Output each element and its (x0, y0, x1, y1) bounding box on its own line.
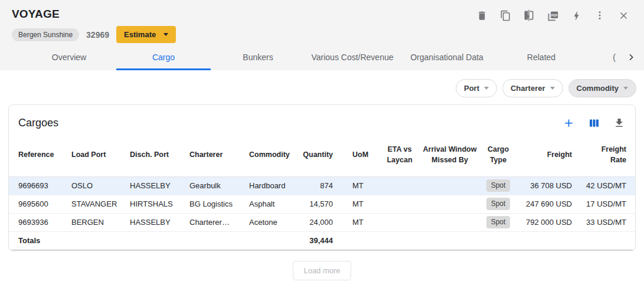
cell-uom: MT (343, 195, 381, 213)
tab-overview[interactable]: Overview (22, 44, 116, 70)
filter-charterer-label: Charterer (511, 84, 545, 93)
kebab-menu-icon (594, 10, 605, 21)
export-pdf-button[interactable]: PDF (546, 9, 559, 22)
cell-reference: 9696693 (9, 176, 71, 195)
filter-commodity[interactable]: Commodity (568, 79, 637, 97)
totals-quantity: 39,444 (300, 231, 343, 250)
tab-partial-clipped[interactable]: ( (613, 53, 616, 62)
table-header-row: Reference Load Port Disch. Port Chartere… (9, 133, 636, 176)
filter-charterer[interactable]: Charterer (502, 79, 563, 97)
col-header-quantity[interactable]: Quantity (300, 133, 343, 176)
filter-bar: Port Charterer Commodity (0, 70, 644, 103)
chevron-down-icon (623, 87, 628, 90)
svg-text:PDF: PDF (551, 13, 558, 17)
cell-load-port: OSLO (71, 176, 130, 195)
col-header-freight[interactable]: Freight (515, 133, 574, 176)
chevron-down-icon (550, 87, 555, 90)
cell-freight-rate: 33 USD/MT (574, 213, 636, 231)
page-title: VOYAGE (12, 8, 60, 21)
more-options-button[interactable] (593, 9, 606, 22)
trash-icon (476, 10, 488, 21)
table-row[interactable]: 9695600 STAVANGER HIRTSHALS BG Logistics… (9, 195, 636, 213)
cell-eta-vs-laycan (381, 213, 419, 231)
voyage-number: 32969 (86, 30, 109, 40)
download-icon (613, 117, 625, 129)
cell-quantity: 24,000 (300, 213, 343, 231)
cell-disch-port: HASSELBY (130, 176, 189, 195)
cell-arrival-window (419, 176, 481, 195)
vessel-chip: Bergen Sunshine (12, 28, 79, 41)
cell-eta-vs-laycan (381, 176, 419, 195)
copy-icon (500, 10, 511, 21)
chevron-right-icon (626, 53, 636, 62)
tab-related[interactable]: Related (494, 44, 589, 70)
compare-button[interactable] (522, 9, 535, 22)
col-header-freight-rate[interactable]: Freight Rate (574, 133, 636, 176)
add-cargo-button[interactable] (562, 116, 575, 129)
cell-commodity: Hardboard (249, 176, 300, 195)
cell-freight-rate: 42 USD/MT (574, 176, 636, 195)
columns-icon (588, 117, 600, 129)
chevron-down-icon (164, 33, 168, 36)
col-header-load-port[interactable]: Load Port (71, 133, 130, 176)
cell-quantity: 14,570 (300, 195, 343, 213)
col-header-arrival-window[interactable]: Arrival Window Missed By (419, 133, 481, 176)
cell-charterer: Charterer… (189, 213, 249, 231)
lightning-bolt-icon (571, 10, 582, 21)
cell-uom: MT (343, 213, 381, 231)
cell-reference: 9695600 (9, 195, 71, 213)
cell-load-port: BERGEN (71, 213, 130, 231)
filter-port[interactable]: Port (456, 79, 497, 97)
col-header-reference[interactable]: Reference (9, 133, 71, 176)
cell-commodity: Acetone (249, 213, 300, 231)
cell-arrival-window (419, 195, 481, 213)
header-toolbar: PDF (475, 9, 630, 22)
copy-button[interactable] (499, 9, 512, 22)
cell-freight: 247 690 USD (515, 195, 574, 213)
download-button[interactable] (613, 116, 626, 129)
close-button[interactable] (617, 9, 630, 22)
col-header-charterer[interactable]: Charterer (189, 133, 249, 176)
cargo-type-badge: Spot (486, 179, 511, 191)
cell-freight: 36 708 USD (515, 176, 574, 195)
delete-button[interactable] (475, 9, 488, 22)
cell-reference: 9693936 (9, 213, 71, 231)
cell-quantity: 874 (300, 176, 343, 195)
cell-cargo-type: Spot (481, 195, 515, 213)
col-header-uom[interactable]: UoM (343, 133, 381, 176)
tab-cargo[interactable]: Cargo (116, 44, 211, 70)
tab-bunkers[interactable]: Bunkers (211, 44, 305, 70)
col-header-eta-vs-laycan[interactable]: ETA vs Laycan (381, 133, 419, 176)
cell-charterer: Gearbulk (189, 176, 249, 195)
col-header-cargo-type[interactable]: Cargo Type (481, 133, 515, 176)
cell-eta-vs-laycan (381, 195, 419, 213)
load-more-button[interactable]: Load more (293, 261, 351, 280)
col-header-disch-port[interactable]: Disch. Port (130, 133, 189, 176)
table-row[interactable]: 9693936 BERGEN HASSELBY Charterer… Aceto… (9, 213, 636, 231)
cargoes-table: Reference Load Port Disch. Port Chartere… (9, 133, 636, 250)
tab-various-cost-revenue[interactable]: Various Cost/Revenue (305, 44, 400, 70)
quick-actions-button[interactable] (570, 9, 583, 22)
close-icon (618, 10, 629, 21)
tab-scroll-right-button[interactable] (624, 50, 638, 64)
cell-uom: MT (343, 176, 381, 195)
compare-documents-icon (523, 9, 535, 21)
estimate-button[interactable]: Estimate (116, 26, 176, 43)
pdf-icon: PDF (547, 9, 559, 22)
cargoes-card: Cargoes Reference Load Port Disch. Port (8, 104, 636, 251)
table-row[interactable]: 9696693 OSLO HASSELBY Gearbulk Hardboard… (9, 176, 636, 195)
cell-commodity: Asphalt (249, 195, 300, 213)
tab-bar: Overview Cargo Bunkers Various Cost/Reve… (0, 44, 644, 70)
cargoes-title: Cargoes (18, 117, 58, 129)
cell-load-port: STAVANGER (71, 195, 130, 213)
col-header-commodity[interactable]: Commodity (249, 133, 300, 176)
voyage-header: VOYAGE PDF Bergen Su (0, 0, 644, 70)
cell-disch-port: HASSELBY (130, 213, 189, 231)
tab-organisational-data[interactable]: Organisational Data (400, 44, 494, 70)
cargo-type-badge: Spot (486, 198, 511, 210)
column-settings-button[interactable] (587, 116, 600, 129)
plus-icon (563, 117, 575, 129)
cell-disch-port: HIRTSHALS (130, 195, 189, 213)
cell-freight-rate: 17 USD/MT (574, 195, 636, 213)
cell-cargo-type: Spot (481, 213, 515, 231)
